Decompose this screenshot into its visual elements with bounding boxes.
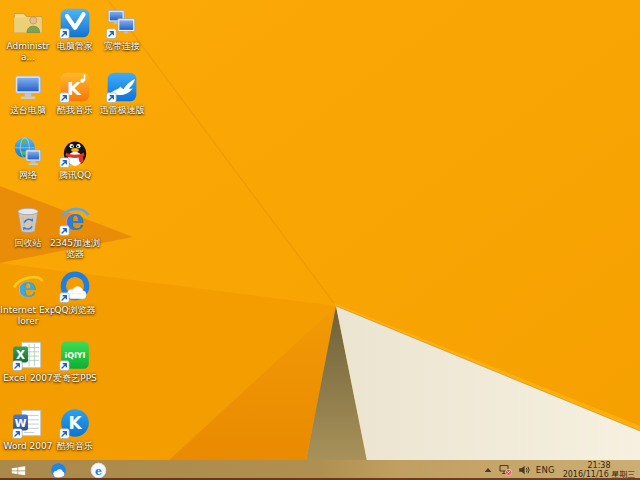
system-tray: ENG 21:38 2016/11/16 星期三: [483, 460, 640, 480]
svg-text:e: e: [95, 464, 102, 477]
svg-text:K: K: [68, 413, 82, 433]
network-status-tray[interactable]: [499, 460, 512, 480]
taskbar: e E: [0, 460, 640, 480]
speaker-icon: [518, 464, 530, 476]
desktop-icon-label: 腾讯QQ: [47, 170, 103, 181]
desktop-icon-iqiyi[interactable]: iQIYI 爱奇艺PPS: [47, 338, 103, 402]
svg-text:W: W: [15, 417, 27, 430]
desktop-icon-qq[interactable]: 腾讯QQ: [47, 135, 103, 199]
tray-clock[interactable]: 21:38 2016/11/16 星期三: [561, 461, 637, 479]
taskbar-2345-browser-button[interactable]: e: [85, 460, 111, 480]
desktop-icon-label: 迅雷极速版: [94, 105, 150, 116]
svg-text:e: e: [18, 270, 36, 304]
desktop[interactable]: Administra... 电脑管家 宽带连接 这台电脑: [0, 0, 640, 480]
qq-browser-taskbar-icon: [50, 462, 67, 479]
desktop-icon-label: 爱奇艺PPS: [47, 373, 103, 384]
desktop-icon-label: 2345加速浏览器: [47, 238, 103, 260]
desktop-icon-qq-browser[interactable]: QQ浏览器: [47, 270, 103, 334]
show-hidden-icons-button[interactable]: [483, 460, 493, 480]
desktop-icon-thunder[interactable]: 迅雷极速版: [94, 70, 150, 134]
network-disconnected-icon: [499, 464, 512, 476]
desktop-icon-label: QQ浏览器: [47, 305, 103, 316]
recycle-bin-icon: [11, 203, 45, 237]
network-icon: [11, 135, 45, 169]
2345-browser-taskbar-icon: e: [90, 462, 107, 479]
taskbar-qq-browser-button[interactable]: [45, 460, 71, 480]
desktop-icon-label: 酷狗音乐: [47, 441, 103, 452]
2345-browser-icon: e: [58, 203, 92, 237]
svg-text:iQIYI: iQIYI: [64, 351, 85, 360]
tencent-qq-penguin-icon: [58, 135, 92, 169]
iqiyi-pps-icon: iQIYI: [58, 338, 92, 372]
tray-time: 21:38: [561, 461, 637, 470]
word-2007-icon: W: [11, 406, 45, 440]
pc-manager-icon: [58, 6, 92, 40]
start-button[interactable]: [5, 460, 31, 480]
tray-date: 2016/11/16 星期三: [561, 470, 637, 479]
desktop-icon-2345-browser[interactable]: e 2345加速浏览器: [47, 203, 103, 267]
internet-explorer-icon: e: [11, 270, 45, 304]
qq-browser-icon: [58, 270, 92, 304]
administrator-folder-icon: [11, 6, 45, 40]
svg-text:X: X: [16, 348, 25, 362]
excel-2007-icon: X: [11, 338, 45, 372]
volume-tray[interactable]: [518, 460, 530, 480]
desktop-icon-label: 宽带连接: [94, 41, 150, 52]
kugou-music-icon: K: [58, 406, 92, 440]
windows-logo-icon: [11, 464, 26, 477]
broadband-connection-icon: [105, 6, 139, 40]
language-indicator[interactable]: ENG: [536, 465, 555, 475]
kuwo-music-icon: K: [58, 70, 92, 104]
desktop-icon-broadband[interactable]: 宽带连接: [94, 6, 150, 70]
thunder-bird-icon: [105, 70, 139, 104]
up-arrow-icon: [483, 465, 493, 475]
this-pc-icon: [11, 70, 45, 104]
